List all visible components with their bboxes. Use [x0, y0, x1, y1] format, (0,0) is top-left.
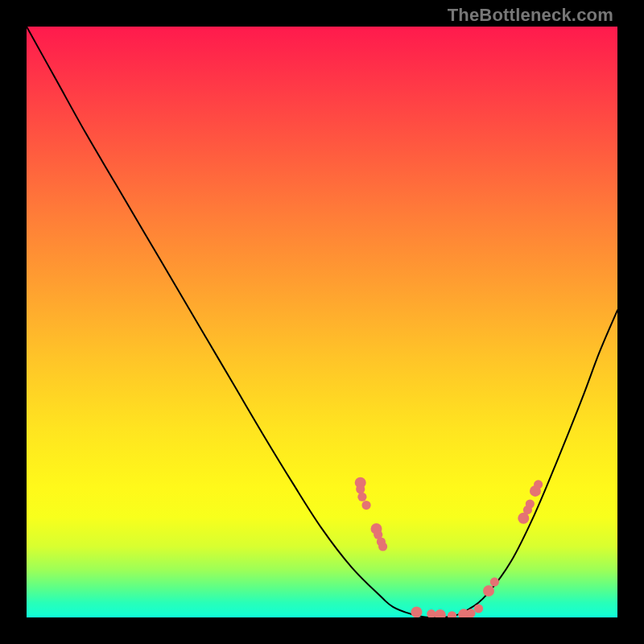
curve-marker — [483, 585, 494, 597]
chart-svg — [27, 27, 617, 617]
curve-marker — [411, 606, 422, 617]
curve-marker — [466, 609, 475, 617]
chart-frame — [27, 27, 617, 617]
curve-marker — [474, 604, 483, 613]
curve-marker — [357, 493, 366, 502]
curve-marker — [526, 499, 535, 508]
curve-markers — [355, 477, 543, 617]
curve-marker — [356, 485, 365, 493]
curve-marker — [534, 480, 543, 489]
curve-marker — [490, 577, 499, 586]
curve-marker — [435, 609, 446, 617]
curve-marker — [448, 611, 456, 617]
curve-marker — [378, 542, 387, 551]
bottleneck-curve — [27, 27, 617, 617]
watermark-text: TheBottleneck.com — [448, 5, 613, 26]
curve-marker — [427, 609, 436, 617]
curve-marker — [361, 501, 370, 510]
